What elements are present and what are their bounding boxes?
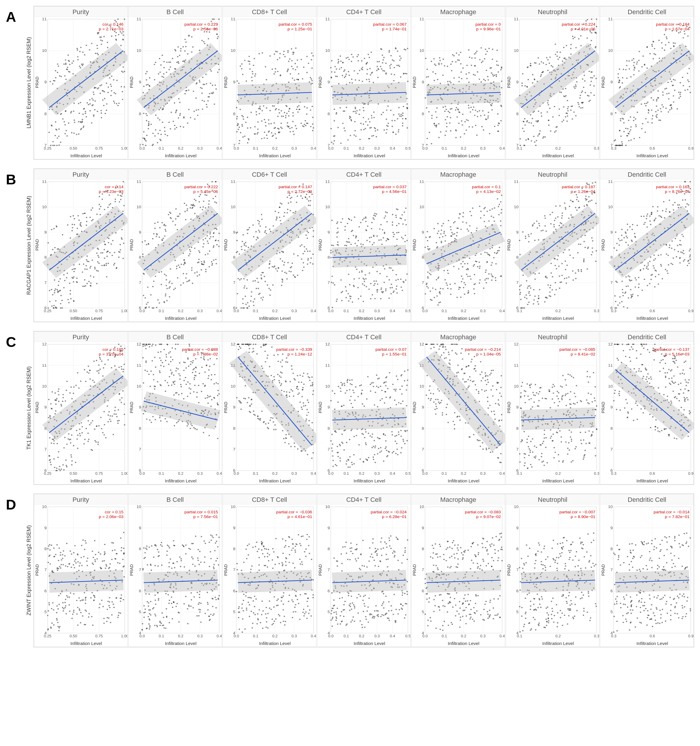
svg-point-7027 — [157, 566, 159, 567]
svg-point-8532 — [659, 623, 661, 624]
svg-point-8519 — [682, 607, 683, 608]
svg-point-5157 — [268, 423, 269, 424]
svg-point-8545 — [686, 541, 688, 543]
svg-point-3611 — [468, 290, 469, 292]
svg-point-1050 — [402, 118, 403, 119]
svg-point-8271 — [552, 611, 553, 612]
svg-point-1479 — [487, 117, 489, 119]
svg-point-6663 — [111, 559, 113, 560]
svg-point-2227 — [92, 208, 93, 209]
svg-point-1744 — [535, 62, 536, 64]
svg-text:9: 9 — [139, 405, 141, 409]
svg-point-2112 — [670, 48, 672, 49]
svg-point-2027 — [633, 120, 635, 121]
svg-point-2625 — [142, 256, 144, 257]
svg-point-126 — [121, 32, 122, 33]
svg-point-2215 — [73, 268, 75, 269]
svg-text:0.3: 0.3 — [197, 309, 203, 313]
svg-point-5353 — [406, 385, 408, 386]
svg-point-8356 — [652, 567, 653, 568]
svg-point-2092 — [668, 82, 669, 83]
svg-point-1083 — [363, 129, 365, 130]
svg-point-7247 — [292, 547, 294, 549]
svg-point-159 — [65, 59, 66, 60]
svg-point-8443 — [655, 620, 656, 621]
svg-point-6606 — [74, 545, 76, 546]
svg-point-223 — [113, 79, 114, 80]
svg-point-1557 — [574, 36, 575, 38]
svg-point-5192 — [302, 389, 303, 390]
svg-point-4196 — [674, 249, 676, 250]
svg-point-3353 — [382, 229, 383, 230]
svg-point-6441 — [646, 376, 647, 378]
svg-point-7838 — [491, 566, 493, 567]
svg-point-7041 — [174, 567, 176, 568]
svg-point-5695 — [484, 391, 485, 392]
svg-point-3613 — [491, 274, 492, 275]
svg-point-3485 — [495, 277, 496, 278]
svg-point-3265 — [385, 212, 386, 213]
svg-point-3940 — [538, 295, 539, 296]
svg-point-3649 — [486, 262, 488, 263]
svg-point-6140 — [527, 468, 529, 469]
svg-point-6633 — [69, 604, 70, 606]
svg-point-2073 — [656, 99, 658, 100]
svg-point-5442 — [343, 405, 344, 406]
svg-point-1173 — [336, 68, 337, 69]
svg-point-3609 — [437, 295, 438, 296]
svg-point-5203 — [310, 385, 311, 386]
svg-point-2318 — [107, 207, 109, 208]
svg-point-1553 — [590, 40, 592, 41]
svg-point-146 — [107, 92, 109, 93]
svg-point-3650 — [467, 263, 469, 264]
svg-point-5080 — [243, 344, 244, 345]
svg-point-3759 — [557, 216, 559, 217]
svg-point-6628 — [121, 547, 122, 548]
svg-point-587 — [217, 72, 218, 73]
svg-point-3257 — [366, 240, 368, 241]
svg-point-1389 — [445, 135, 446, 136]
svg-text:Infiltration Level: Infiltration Level — [353, 641, 385, 646]
svg-point-7782 — [490, 600, 491, 601]
svg-point-8125 — [579, 537, 580, 538]
svg-point-5046 — [253, 411, 254, 412]
svg-point-4568 — [58, 400, 60, 402]
svg-point-8589 — [652, 540, 653, 541]
svg-point-2833 — [306, 235, 307, 236]
svg-point-8268 — [542, 599, 543, 600]
svg-point-7670 — [345, 552, 347, 553]
svg-point-569 — [159, 139, 161, 140]
svg-point-8152 — [593, 532, 594, 534]
svg-point-6525 — [47, 548, 48, 549]
svg-point-1913 — [645, 118, 647, 119]
svg-point-2133 — [636, 63, 638, 65]
svg-text:0.9: 0.9 — [688, 472, 694, 475]
svg-text:partial.cor = −0.214: partial.cor = −0.214 — [465, 347, 501, 352]
svg-point-5351 — [383, 460, 385, 462]
svg-point-8527 — [626, 613, 628, 614]
svg-point-1987 — [688, 68, 690, 69]
subpanel-title-D-5: Neutrophil — [506, 494, 599, 504]
svg-text:0.5: 0.5 — [405, 146, 410, 150]
svg-point-4137 — [649, 216, 651, 217]
svg-point-3404 — [430, 274, 431, 275]
svg-text:PRAD: PRAD — [224, 239, 228, 251]
svg-point-6007 — [530, 387, 531, 388]
svg-point-7270 — [246, 609, 248, 611]
svg-text:8: 8 — [422, 426, 424, 430]
svg-point-3094 — [392, 287, 393, 288]
svg-point-8134 — [578, 560, 580, 561]
svg-point-3771 — [524, 296, 526, 298]
svg-point-6682 — [92, 563, 93, 564]
svg-point-3631 — [483, 287, 485, 289]
svg-point-298 — [67, 69, 68, 70]
svg-point-567 — [211, 92, 212, 94]
svg-point-7698 — [402, 592, 403, 593]
svg-point-905 — [287, 125, 288, 126]
svg-text:0.6: 0.6 — [650, 146, 655, 150]
svg-point-7998 — [490, 544, 491, 546]
svg-point-5158 — [291, 365, 292, 366]
svg-point-1477 — [427, 138, 428, 139]
svg-point-7952 — [499, 533, 501, 534]
svg-point-3483 — [491, 262, 493, 263]
